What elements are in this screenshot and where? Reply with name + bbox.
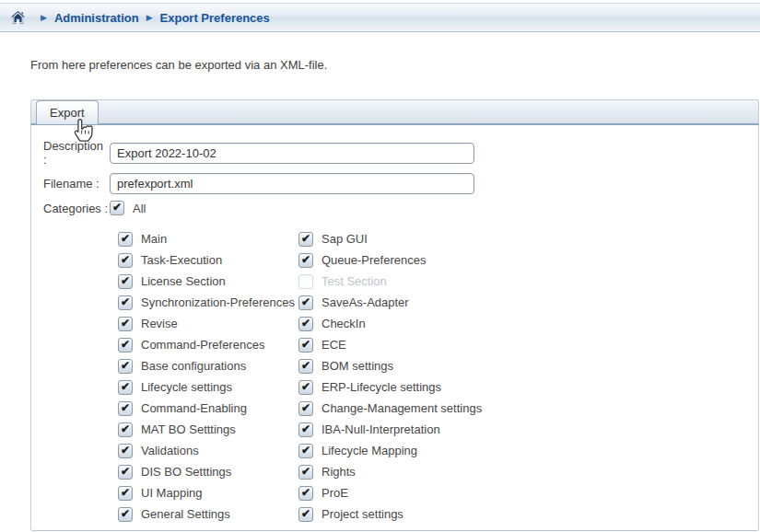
category-item[interactable]: ✔ BOM settings	[298, 355, 758, 376]
check-icon: ✔	[121, 296, 130, 307]
category-checkbox[interactable]: ✔	[298, 338, 313, 353]
home-icon[interactable]	[11, 11, 25, 24]
category-checkbox[interactable]: ✔	[118, 274, 133, 289]
category-item[interactable]: ✔ Lifecycle Mapping	[298, 440, 758, 461]
category-checkbox[interactable]: ✔	[118, 507, 133, 522]
check-icon: ✔	[301, 233, 310, 244]
check-icon: ✔	[301, 402, 310, 413]
breadcrumb-link-export-preferences[interactable]: Export Preferences	[160, 11, 270, 25]
category-label: ECE	[322, 338, 346, 352]
category-item[interactable]: ✔ Queue-Preferences	[298, 249, 758, 271]
categories-label: Categories :	[43, 202, 110, 215]
category-checkbox[interactable]: ✔	[118, 380, 133, 395]
category-item[interactable]: ✔ Command-Preferences	[118, 334, 298, 355]
category-item[interactable]: ✔ Main	[118, 228, 298, 249]
categories-row: Categories : ✔ All	[43, 201, 758, 215]
category-checkbox[interactable]: ✔	[298, 444, 313, 458]
check-icon: ✔	[112, 202, 122, 213]
category-checkbox[interactable]: ✔	[298, 486, 313, 501]
check-icon: ✔	[121, 381, 130, 392]
category-label: ProE	[322, 486, 348, 500]
category-item[interactable]: ✔ Change-Management settings	[298, 398, 758, 419]
check-icon: ✔	[301, 445, 310, 456]
category-item[interactable]: ✔ Rights	[298, 461, 758, 482]
category-checkbox[interactable]: ✔	[118, 486, 133, 501]
category-checkbox[interactable]: ✔	[298, 401, 313, 416]
category-label: Lifecycle settings	[141, 380, 232, 394]
filename-input[interactable]	[110, 173, 474, 194]
category-item[interactable]: ✔ Sap GUI	[298, 228, 758, 249]
all-checkbox[interactable]: ✔	[110, 201, 124, 215]
category-label: Test Section	[322, 274, 387, 288]
category-checkbox[interactable]: ✔	[118, 253, 133, 268]
category-label: Main	[141, 232, 167, 246]
category-item[interactable]: ✔ License Section	[118, 271, 298, 292]
category-label: Project settings	[322, 507, 403, 521]
category-label: Command-Enabling	[141, 401, 247, 415]
category-checkbox[interactable]: ✔	[118, 444, 133, 458]
category-item[interactable]: ✔ SaveAs-Adapter	[298, 292, 758, 313]
category-checkbox[interactable]: ✔	[118, 338, 133, 353]
category-checkbox[interactable]: ✔	[298, 359, 313, 374]
intro-text: From here preferences can be exported vi…	[30, 58, 760, 72]
category-item[interactable]: ✔ DIS BO Setttings	[118, 461, 298, 482]
category-checkbox[interactable]: ✔	[118, 359, 133, 374]
category-label: CheckIn	[322, 317, 366, 330]
category-checkbox[interactable]: ✔	[118, 232, 133, 247]
category-item[interactable]: ✔ Project settings	[298, 503, 758, 525]
category-label: BOM settings	[322, 359, 393, 373]
check-icon: ✔	[301, 508, 310, 519]
category-label: Change-Management settings	[322, 401, 482, 415]
category-item[interactable]: ✔ Task-Execution	[118, 249, 298, 271]
category-checkbox[interactable]: ✔	[118, 401, 133, 416]
category-checkbox[interactable]: ✔	[298, 317, 313, 331]
category-item[interactable]: ✔ ERP-Lifecycle settings	[298, 376, 758, 398]
category-item[interactable]: ✔ ProE	[298, 482, 758, 503]
category-checkbox[interactable]: ✔	[298, 422, 313, 437]
category-label: Synchronization-Preferences	[141, 295, 295, 309]
check-icon: ✔	[301, 381, 310, 392]
category-item[interactable]: ✔ Validations	[118, 440, 298, 461]
category-label: General Settings	[141, 507, 230, 521]
tab-export[interactable]: Export	[36, 100, 99, 124]
export-panel: Description : Filename : Categories : ✔ …	[30, 125, 759, 531]
category-item[interactable]: ✔ Command-Enabling	[118, 398, 298, 419]
category-checkbox[interactable]: ✔	[118, 295, 133, 310]
breadcrumb-link-administration[interactable]: Administration	[54, 11, 139, 25]
check-icon: ✔	[121, 275, 130, 286]
breadcrumb-arrow-icon: ▶	[146, 14, 153, 22]
category-checkbox[interactable]: ✔	[298, 295, 313, 310]
category-item[interactable]: ✔ MAT BO Setttings	[118, 419, 298, 440]
category-item[interactable]: ✔ ECE	[298, 334, 758, 355]
category-label: MAT BO Setttings	[141, 422, 236, 436]
check-icon: ✔	[121, 402, 130, 413]
check-icon: ✔	[301, 318, 310, 329]
check-icon: ✔	[121, 318, 130, 329]
category-label: Sap GUI	[322, 232, 368, 246]
category-label: Queue-Preferences	[322, 253, 426, 267]
category-checkbox[interactable]: ✔	[118, 465, 133, 480]
category-checkbox[interactable]: ✔	[298, 380, 313, 395]
category-item[interactable]: ✔ Lifecycle settings	[118, 376, 298, 398]
check-icon: ✔	[301, 487, 310, 498]
category-checkbox[interactable]: ✔	[298, 507, 313, 522]
category-checkbox[interactable]: ✔	[298, 253, 313, 268]
check-icon: ✔	[301, 360, 310, 371]
description-row: Description :	[43, 139, 758, 167]
category-item[interactable]: ✔ UI Mapping	[118, 482, 298, 503]
category-checkbox[interactable]: ✔	[118, 422, 133, 437]
category-item[interactable]: ✔ Synchronization-Preferences	[118, 292, 298, 313]
category-label: Task-Execution	[141, 253, 222, 267]
description-input[interactable]	[110, 143, 474, 164]
category-item[interactable]: ✔ General Settings	[118, 503, 298, 525]
category-checkbox[interactable]: ✔	[298, 465, 313, 480]
category-checkbox[interactable]: ✔	[118, 317, 133, 331]
breadcrumb: ▶ Administration ▶ Export Preferences	[0, 3, 760, 32]
category-checkbox[interactable]: ✔	[298, 232, 313, 247]
category-label: Base configurations	[141, 359, 246, 373]
category-item[interactable]: ✔ CheckIn	[298, 313, 758, 334]
category-label: DIS BO Setttings	[141, 465, 231, 479]
category-item[interactable]: ✔ Base configurations	[118, 355, 298, 376]
category-item[interactable]: ✔ IBA-Null-Interpretation	[298, 419, 758, 440]
category-item[interactable]: ✔ Revise	[118, 313, 298, 334]
